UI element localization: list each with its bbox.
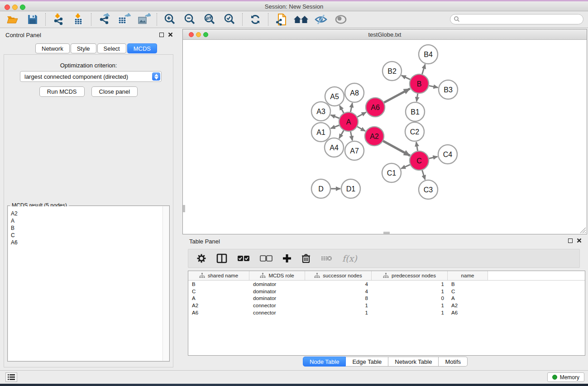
close-panel-icon[interactable] — [168, 32, 173, 37]
cell-mcds_role[interactable]: connector — [249, 303, 305, 308]
app-titlebar[interactable]: Session: New Session — [0, 1, 588, 11]
gear-icon[interactable] — [196, 253, 206, 263]
hide-eye-icon[interactable] — [313, 13, 329, 26]
cell-successor_nodes[interactable]: 4 — [305, 281, 372, 287]
delete-icon[interactable] — [301, 253, 311, 263]
cell-predecessor_nodes[interactable]: 1 — [372, 310, 448, 315]
float-panel-icon[interactable] — [159, 33, 164, 37]
cell-shared_name[interactable]: A2 — [188, 303, 249, 308]
graph-edge[interactable] — [350, 103, 352, 112]
import-table-icon[interactable] — [70, 13, 86, 26]
import-network-icon[interactable] — [50, 13, 67, 26]
tab-motifs[interactable]: Motifs — [439, 357, 468, 367]
show-eye-icon[interactable] — [333, 13, 349, 26]
network-overview-icon[interactable] — [273, 13, 289, 26]
cell-name[interactable]: A6 — [448, 310, 488, 315]
table-body[interactable]: Bdominator41BCdominator41CAdominator80AA… — [188, 281, 585, 316]
graph-edge[interactable] — [384, 89, 410, 103]
graph-edge[interactable] — [429, 157, 437, 158]
cell-shared_name[interactable]: C — [188, 289, 249, 294]
zoom-in-icon[interactable] — [162, 13, 178, 26]
cell-mcds_role[interactable]: dominator — [249, 295, 305, 301]
graph-edge[interactable] — [402, 76, 410, 80]
task-history-button[interactable] — [5, 372, 17, 382]
graph-edge[interactable] — [422, 64, 425, 74]
deselect-all-icon[interactable] — [260, 255, 272, 262]
cell-name[interactable]: B — [448, 281, 488, 287]
table-row[interactable]: Bdominator41B — [188, 281, 585, 288]
cell-predecessor_nodes[interactable]: 0 — [372, 295, 448, 301]
table-row[interactable]: A6connector11A6 — [188, 309, 585, 316]
export-image-icon[interactable] — [136, 13, 152, 26]
column-view-icon[interactable] — [216, 253, 227, 263]
graph-edge[interactable] — [401, 165, 410, 169]
graph-edge[interactable] — [339, 130, 344, 138]
tab-node-table[interactable]: Node Table — [303, 357, 346, 367]
graph-edge[interactable] — [350, 132, 352, 141]
delete-table-icon[interactable] — [320, 255, 332, 262]
column-header-successor-nodes[interactable]: successor nodes — [305, 271, 372, 280]
select-all-icon[interactable] — [237, 255, 250, 262]
refresh-icon[interactable] — [247, 13, 263, 26]
table-row[interactable]: Cdominator41C — [188, 288, 585, 295]
add-column-icon[interactable] — [282, 254, 292, 263]
cell-mcds_role[interactable]: dominator — [249, 281, 305, 287]
graph-edge[interactable] — [357, 112, 366, 117]
save-session-icon[interactable] — [24, 13, 41, 26]
graph-edge[interactable] — [331, 115, 339, 118]
cell-name[interactable]: A — [448, 295, 488, 301]
cell-mcds_role[interactable]: connector — [249, 310, 305, 315]
network-canvas[interactable]: B4B2BB3A5A8A6A3B1AC2A1A2A4A7C4CC1DD1C3 — [183, 40, 587, 234]
resize-grip-icon[interactable] — [579, 226, 586, 234]
tab-mcds[interactable]: MCDS — [127, 43, 157, 53]
optimization-criterion-dropdown[interactable]: largest connected component (directed) — [20, 71, 162, 82]
function-builder-icon[interactable]: f(x) — [342, 253, 357, 263]
graph-edge[interactable] — [422, 170, 425, 180]
cell-successor_nodes[interactable]: 4 — [305, 289, 372, 294]
column-header-MCDS-role[interactable]: MCDS role — [249, 271, 305, 280]
cell-name[interactable]: A2 — [448, 303, 488, 308]
tab-network[interactable]: Network — [35, 43, 70, 53]
cell-predecessor_nodes[interactable]: 1 — [372, 281, 448, 287]
export-table-icon[interactable] — [116, 13, 132, 26]
cell-shared_name[interactable]: B — [188, 281, 249, 287]
cell-shared_name[interactable]: A — [188, 295, 249, 301]
zoom-fit-icon[interactable] — [201, 13, 218, 26]
node-table[interactable]: shared nameMCDS rolesuccessor nodesprede… — [188, 271, 585, 356]
tab-select[interactable]: Select — [97, 43, 126, 53]
graph-edge[interactable] — [416, 94, 418, 101]
cell-predecessor_nodes[interactable]: 1 — [372, 289, 448, 294]
cell-name[interactable]: C — [448, 289, 488, 294]
close-table-panel-icon[interactable] — [577, 238, 582, 243]
float-table-panel-icon[interactable] — [568, 238, 573, 243]
export-network-icon[interactable] — [96, 13, 112, 26]
graph-nodes[interactable]: B4B2BB3A5A8A6A3B1AC2A1A2A4A7C4CC1DD1C3 — [311, 45, 458, 199]
table-row[interactable]: A2connector11A2 — [188, 302, 585, 309]
cell-successor_nodes[interactable]: 1 — [305, 310, 372, 315]
result-item[interactable]: C — [11, 232, 163, 239]
search-input[interactable] — [450, 14, 583, 24]
network-vertical-scrollbar[interactable] — [183, 205, 185, 212]
network-horizontal-scrollbar[interactable] — [383, 232, 390, 234]
memory-button[interactable]: Memory — [547, 372, 584, 382]
tab-network-table[interactable]: Network Table — [388, 357, 439, 367]
zoom-out-icon[interactable] — [182, 13, 198, 26]
cell-successor_nodes[interactable]: 1 — [305, 303, 372, 308]
column-header-shared-name[interactable]: shared name — [188, 271, 249, 280]
result-item[interactable]: A2 — [11, 210, 163, 217]
cell-predecessor_nodes[interactable]: 1 — [372, 303, 448, 308]
open-session-icon[interactable] — [5, 13, 21, 26]
cell-mcds_role[interactable]: dominator — [249, 289, 305, 294]
zoom-selected-icon[interactable] — [221, 13, 238, 26]
graph-edge[interactable] — [429, 86, 438, 87]
graph-edge[interactable] — [339, 105, 344, 113]
table-header-row[interactable]: shared nameMCDS rolesuccessor nodesprede… — [188, 271, 585, 281]
tab-style[interactable]: Style — [71, 43, 96, 53]
result-item[interactable]: B — [11, 224, 163, 232]
result-scrollbar[interactable] — [163, 206, 169, 361]
tab-edge-table[interactable]: Edge Table — [346, 357, 388, 367]
close-panel-button[interactable]: Close panel — [91, 86, 138, 97]
graph-edge[interactable] — [331, 125, 339, 129]
result-item[interactable]: A — [11, 217, 163, 224]
result-item[interactable]: A6 — [11, 239, 163, 246]
